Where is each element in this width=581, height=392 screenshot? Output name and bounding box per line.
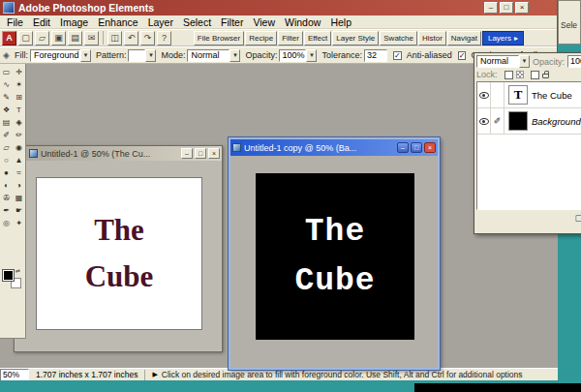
zoom-tool[interactable]: ◎ — [1, 218, 13, 229]
eyedropper-tool[interactable]: ✒ — [1, 205, 13, 217]
document-1-canvas[interactable]: The Cube — [36, 177, 202, 330]
document-icon — [232, 143, 241, 152]
palette-button-swatches[interactable]: Swatche — [380, 31, 417, 45]
doc-maximize-button[interactable]: □ — [195, 148, 206, 159]
print-icon[interactable]: ▤ — [68, 31, 82, 45]
menu-edit[interactable]: Edit — [28, 16, 55, 28]
background-layer-thumbnail[interactable] — [508, 111, 528, 131]
help-icon[interactable]: ? — [157, 31, 171, 45]
opacity-field[interactable]: 100% — [279, 49, 317, 62]
red-eye-brush-tool[interactable]: ◉ — [14, 142, 25, 154]
layers-opacity-value[interactable]: 100% — [567, 55, 581, 68]
layer-visibility-toggle[interactable] — [477, 82, 491, 107]
mode-dropdown[interactable]: Normal — [187, 49, 240, 62]
zoom-level-input[interactable]: 50% — [0, 369, 29, 381]
import-icon[interactable]: ◫ — [107, 31, 122, 45]
eraser-tool[interactable]: ▱ — [1, 142, 13, 154]
swap-colors-icon[interactable]: ⇄ — [15, 267, 20, 274]
menu-layer[interactable]: Layer — [143, 16, 178, 28]
type-tool[interactable]: T — [14, 105, 25, 116]
document-window-untitled-1-copy[interactable]: Untitled-1 copy @ 50% (Ba... – □ × The C… — [229, 137, 440, 370]
burn-tool[interactable]: ◑ — [14, 180, 25, 192]
email-icon[interactable]: ✉ — [84, 31, 99, 45]
document-2-canvas[interactable]: The Cube — [256, 173, 414, 340]
lock-all-checkbox[interactable] — [531, 71, 539, 79]
text-layer-thumbnail[interactable]: T — [508, 85, 528, 105]
move-tool[interactable]: ✛ — [14, 67, 25, 78]
undo-icon[interactable]: ↶ — [124, 31, 138, 45]
blur-tool[interactable]: ○ — [1, 155, 13, 166]
fill-dropdown[interactable]: Foreground — [30, 49, 91, 62]
doc-minimize-button[interactable]: – — [397, 142, 409, 153]
dropdown-arrow-icon[interactable] — [306, 49, 317, 62]
brush-tool[interactable]: ✐ — [1, 130, 13, 141]
layer-row-the-cube[interactable]: T The Cube — [477, 82, 581, 108]
menu-file[interactable]: File — [2, 16, 28, 28]
layer-name[interactable]: Background — [532, 116, 581, 127]
doc-minimize-button[interactable]: – — [181, 148, 193, 159]
gradient-tool[interactable]: ▤ — [1, 117, 13, 129]
new-document-icon[interactable]: ▢ — [18, 31, 33, 45]
document-2-titlebar[interactable]: Untitled-1 copy @ 50% (Ba... – □ × — [230, 139, 438, 156]
menu-window[interactable]: Window — [280, 16, 325, 28]
menu-enhance[interactable]: Enhance — [93, 16, 142, 28]
pattern-stamp-tool[interactable]: ▦ — [14, 193, 25, 204]
rectangular-marquee-tool[interactable]: ▭ — [1, 67, 13, 78]
palette-button-layers-active[interactable]: Layers ▸ — [482, 31, 524, 45]
dodge-tool[interactable]: ◐ — [1, 180, 13, 192]
menu-help[interactable]: Help — [325, 16, 356, 28]
foreground-color-swatch[interactable] — [3, 270, 14, 281]
smudge-tool[interactable]: ≈ — [14, 167, 25, 179]
pattern-dropdown[interactable] — [128, 49, 156, 62]
magic-wand-tool[interactable]: ✶ — [14, 79, 25, 91]
palette-button-file-browser[interactable]: File Browser — [194, 31, 244, 45]
redo-icon[interactable]: ↷ — [140, 31, 155, 45]
palette-button-filters[interactable]: Filter — [278, 31, 303, 45]
contiguous-checkbox[interactable]: ✓ — [458, 51, 467, 60]
open-folder-icon[interactable]: ▱ — [35, 31, 49, 45]
anti-aliased-checkbox[interactable]: ✓ — [393, 51, 402, 60]
dropdown-arrow-icon[interactable] — [229, 49, 240, 62]
layer-row-background[interactable]: ✐ Background — [477, 108, 581, 135]
menu-image[interactable]: Image — [55, 16, 93, 28]
menu-filter[interactable]: Filter — [216, 16, 248, 28]
palette-button-effects[interactable]: Effect — [304, 31, 331, 45]
tolerance-input[interactable]: 32 — [364, 49, 387, 62]
palette-button-history[interactable]: Histor — [418, 31, 446, 45]
dropdown-arrow-icon[interactable] — [145, 49, 156, 62]
layer-name[interactable]: The Cube — [532, 90, 572, 101]
palette-button-layer-styles[interactable]: Layer Style — [332, 31, 379, 45]
lasso-tool[interactable]: ∿ — [1, 79, 13, 91]
hand-tool[interactable]: ☛ — [14, 205, 25, 217]
pencil-tool[interactable]: ✏ — [14, 130, 25, 141]
menu-view[interactable]: View — [248, 16, 280, 28]
new-layer-icon[interactable]: ▢ — [575, 213, 581, 223]
adobe-logo-icon[interactable]: A — [2, 31, 16, 45]
doc-maximize-button[interactable]: □ — [411, 142, 422, 153]
document-window-untitled-1[interactable]: Untitled-1 @ 50% (The Cu... – □ × The Cu… — [14, 145, 223, 352]
document-1-titlebar[interactable]: Untitled-1 @ 50% (The Cu... – □ × — [15, 146, 222, 161]
menu-select[interactable]: Select — [178, 16, 216, 28]
layer-link-cell[interactable] — [491, 82, 505, 107]
blend-mode-dropdown[interactable]: Normal — [476, 55, 530, 68]
selection-brush-tool[interactable]: ✎ — [1, 92, 13, 104]
layer-visibility-toggle[interactable] — [477, 108, 491, 134]
close-button[interactable]: × — [515, 2, 529, 14]
doc-close-button[interactable]: × — [424, 142, 436, 153]
clone-stamp-tool[interactable]: ✇ — [1, 193, 13, 204]
palette-button-navigator[interactable]: Navigat — [447, 31, 481, 45]
doc-close-button[interactable]: × — [208, 148, 220, 159]
paint-bucket-tool[interactable]: ◈ — [14, 117, 25, 129]
lock-transparency-checkbox[interactable] — [505, 71, 513, 79]
custom-shape-tool[interactable]: ❖ — [1, 105, 13, 116]
dropdown-arrow-icon[interactable] — [80, 49, 91, 62]
airbrush-tool[interactable]: ✦ — [14, 218, 25, 229]
sponge-tool[interactable]: ● — [1, 167, 13, 179]
palette-button-recipes[interactable]: Recipe — [245, 31, 277, 45]
sharpen-tool[interactable]: ▲ — [14, 155, 25, 166]
crop-tool[interactable]: ⊞ — [14, 92, 25, 104]
minimize-button[interactable]: – — [484, 2, 498, 14]
maximize-button[interactable]: □ — [500, 2, 513, 14]
dropdown-arrow-icon[interactable] — [519, 55, 530, 68]
save-icon[interactable]: ▣ — [51, 31, 66, 45]
